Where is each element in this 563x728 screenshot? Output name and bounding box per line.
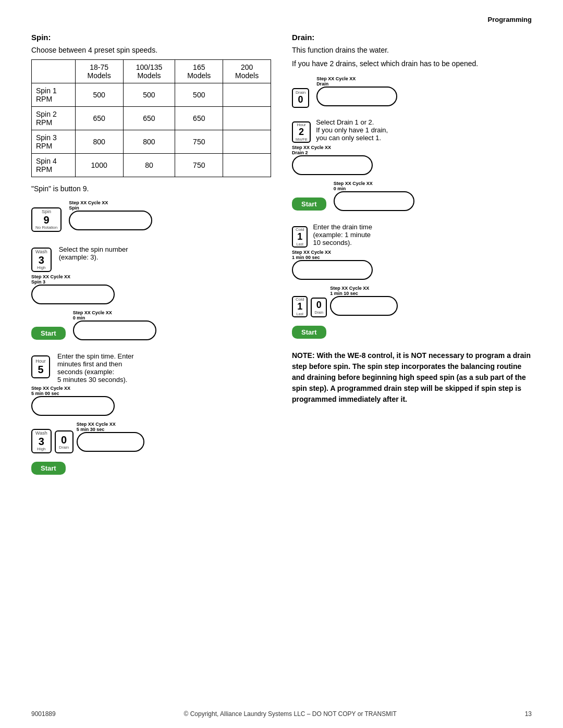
footer-page-number: 13	[525, 710, 532, 718]
table-row: Spin 3RPM 800 800 750	[32, 130, 271, 154]
drain-step-5: Cold 1 Last 0 Drain Step XX Cycle XX 1 m…	[292, 286, 532, 319]
row-val: 750	[175, 130, 223, 154]
row-label: Spin 3RPM	[32, 130, 76, 154]
spin-step-5: Wash 3 High 0 Drain Step XX Cycle XX 5 m…	[31, 422, 271, 455]
drain-step-1: Drain 0 Step XX Cycle XX Drain	[292, 76, 532, 110]
table-header-2: 100/135Models	[123, 60, 175, 83]
footer-copyright: © Copyright, Alliance Laundry Systems LL…	[56, 710, 525, 718]
spin-title: Spin:	[31, 33, 271, 42]
row-val: 800	[123, 130, 175, 154]
row-val	[223, 107, 271, 130]
row-label: Spin 4RPM	[32, 154, 76, 177]
row-val: 80	[123, 154, 175, 177]
table-row: Spin 2RPM 650 650 650	[32, 107, 271, 130]
drain-step-4-instruction: Enter the drain time(example: 1 minute10…	[313, 223, 372, 246]
start-button-spin-2[interactable]: Start	[31, 462, 66, 475]
spin-key-3: Wash 3 High	[31, 248, 52, 272]
row-val: 650	[75, 107, 123, 130]
table-header-0	[32, 60, 76, 83]
drain-title: Drain:	[292, 33, 532, 42]
section-header: Programming	[31, 16, 532, 23]
spin-step-2: Wash 3 High Select the spin number(examp…	[31, 238, 271, 306]
row-val	[223, 154, 271, 177]
note-block: NOTE: With the WE-8 control, it is NOT n…	[292, 350, 532, 405]
spin-key-9: Spin 9 No Rotation	[31, 207, 62, 232]
drain-section: Drain: This function drains the water. I…	[292, 33, 532, 481]
drain-step-2-instruction: Select Drain 1 or 2.If you only have 1 d…	[316, 118, 388, 142]
spin-step-6: Start	[31, 460, 271, 477]
start-button-drain-1[interactable]: Start	[292, 198, 326, 211]
row-val: 650	[175, 107, 223, 130]
row-val: 500	[175, 83, 223, 107]
row-val: 500	[123, 83, 175, 107]
note-text: NOTE: With the WE-8 control, it is NOT n…	[292, 351, 531, 403]
drain-step-6: Start	[292, 324, 532, 341]
footer-doc-number: 9001889	[31, 710, 56, 718]
section-title: Programming	[487, 16, 532, 23]
start-button-drain-2[interactable]: Start	[292, 326, 326, 339]
footer: 9001889 © Copyright, Alliance Laundry Sy…	[31, 710, 532, 718]
spin-display-1: Step XX Cycle XX Spin	[69, 200, 152, 232]
spin-step-1: Spin 9 No Rotation Step XX Cycle XX Spin	[31, 200, 271, 234]
table-row: Spin 1RPM 500 500 500	[32, 83, 271, 107]
table-header-3: 165Models	[175, 60, 223, 83]
table-header-1: 18-75Models	[75, 60, 123, 83]
drain-key-1: Cold 1 Last	[292, 226, 308, 248]
spin-section: Spin: Choose between 4 preset spin speed…	[31, 33, 271, 481]
drain-description: This function drains the water.	[292, 46, 532, 54]
spin-step-4-instruction: Enter the spin time. Enterminutes first …	[57, 352, 134, 384]
drain-key-0b: 0 Drain	[311, 298, 327, 317]
row-val: 500	[75, 83, 123, 107]
drain-key-1b: Cold 1 Last	[292, 296, 308, 317]
spin-key-3b: Wash 3 High	[31, 429, 52, 453]
row-val	[223, 83, 271, 107]
drain-key-0: Drain 0	[292, 88, 309, 108]
spin-button-note: "Spin" is button 9.	[31, 184, 271, 193]
row-val: 750	[175, 154, 223, 177]
drain-description2: If you have 2 drains, select which drain…	[292, 59, 532, 68]
table-header-4: 200Models	[223, 60, 271, 83]
row-val: 1000	[75, 154, 123, 177]
spin-key-0: 0 Drain	[55, 430, 74, 453]
row-label: Spin 1RPM	[32, 83, 76, 107]
drain-key-2: Hour 2 Min/Fill	[292, 121, 311, 143]
spin-key-5: Hour 5	[31, 355, 50, 378]
spin-step-4: Hour 5 Enter the spin time. Enterminutes…	[31, 348, 271, 417]
table-row: Spin 4RPM 1000 80 750	[32, 154, 271, 177]
drain-step-2: Hour 2 Min/Fill Select Drain 1 or 2.If y…	[292, 114, 532, 177]
page: Programming Spin: Choose between 4 prese…	[0, 0, 563, 728]
start-button-spin-1[interactable]: Start	[31, 327, 66, 340]
drain-step-4: Cold 1 Last Enter the drain time(example…	[292, 219, 532, 281]
row-label: Spin 2RPM	[32, 107, 76, 130]
row-val: 800	[75, 130, 123, 154]
spin-step-3: Start Step XX Cycle XX 0 min	[31, 310, 271, 344]
spin-step-2-instruction: Select the spin number(example: 3).	[59, 245, 128, 261]
drain-step-3: Start Step XX Cycle XX 0 min	[292, 181, 532, 215]
row-val: 650	[123, 107, 175, 130]
spin-table: 18-75Models 100/135Models 165Models 200M…	[31, 59, 271, 177]
row-val	[223, 130, 271, 154]
spin-description: Choose between 4 preset spin speeds.	[31, 46, 271, 54]
